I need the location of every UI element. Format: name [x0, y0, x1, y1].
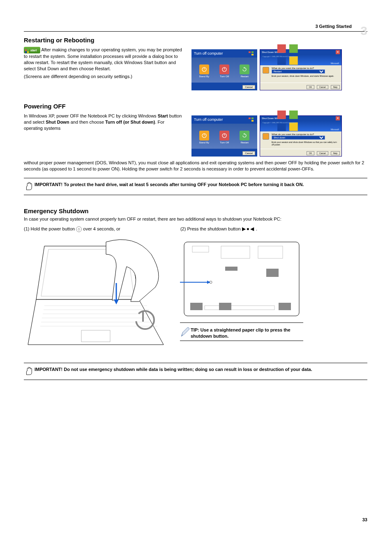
turnoff-label: Turn Off [219, 75, 229, 78]
svg-marker-25 [244, 133, 245, 135]
svg-rect-19 [249, 120, 251, 122]
start-button-label: start [30, 49, 37, 52]
tip-text: TIP: Use a straightened paper clip to pr… [191, 327, 303, 339]
restart-icon [240, 64, 249, 74]
turnoff-dialog-2: Turn off computer Stand By [191, 115, 257, 157]
svg-rect-51 [266, 269, 279, 277]
turnoff-option[interactable]: Turn Off [219, 64, 229, 78]
divider [180, 341, 303, 341]
page-number-top: 3 [360, 24, 367, 38]
power-icon [219, 131, 229, 140]
divider [24, 195, 367, 195]
standby-option[interactable]: Stand By [199, 64, 209, 78]
help-button[interactable]: Help [331, 151, 340, 155]
turnoff-title: Turn off computer [194, 51, 223, 55]
power-icon [219, 64, 229, 74]
hand-icon [24, 182, 35, 191]
cancel-button[interactable]: Cancel [317, 151, 328, 155]
divider [24, 380, 367, 380]
svg-rect-18 [251, 117, 254, 119]
pen-icon [180, 327, 191, 339]
cancel-button[interactable]: Cancel [242, 85, 255, 89]
svg-rect-57 [219, 303, 231, 310]
microsoft-label: Microsoft [331, 62, 339, 64]
restart-option[interactable]: Restart [240, 64, 249, 78]
svg-rect-56 [190, 303, 203, 310]
svg-rect-13 [277, 44, 286, 53]
turnoff-title: Turn off computer [194, 117, 223, 122]
svg-marker-12 [244, 67, 245, 69]
poweroff-body-p1: In Windows XP, power OFF the Notebook PC… [24, 113, 184, 131]
section-header: 3 Getting Started [24, 24, 367, 29]
ok-button[interactable]: OK [307, 85, 314, 89]
windows-flag-icon [248, 117, 255, 122]
divider [24, 31, 367, 32]
restart-paragraph: After making changes to your operating s… [24, 47, 182, 71]
standby-option[interactable]: Stand By [199, 131, 209, 144]
shutdown-button-icon: ▶●◀ [242, 226, 255, 232]
restart-label: Restart [240, 75, 249, 78]
option-desc: Ends your session, shuts down Windows, a… [272, 75, 339, 77]
close-icon[interactable]: ✕ [336, 50, 340, 54]
copyright-text: Copyright © 1985-2001 Microsoft Corporat… [263, 122, 296, 124]
standby-icon [199, 131, 209, 140]
svg-rect-0 [25, 49, 27, 51]
divider [24, 363, 367, 363]
svg-rect-3 [27, 51, 29, 53]
microsoft-label: Microsoft [331, 128, 339, 131]
close-icon[interactable]: ✕ [336, 116, 340, 120]
turnoff-label: Turn Off [219, 141, 229, 144]
help-button[interactable]: Help [331, 85, 340, 89]
page-number-bottom: 33 [362, 517, 367, 522]
restart-body: start After making changes to your opera… [24, 47, 184, 72]
action-select[interactable]: Shut down [272, 136, 325, 140]
power-icon [76, 226, 82, 232]
action-select[interactable]: Restart [272, 69, 325, 74]
svg-rect-26 [277, 111, 286, 119]
standby-label: Stand By [199, 75, 209, 78]
svg-rect-1 [27, 49, 29, 51]
option-desc: Ends your session and shuts down Windows… [272, 141, 339, 146]
classic-shutdown-dialog: Shut Down Windows ✕ Copyright © 1985-200… [260, 115, 342, 157]
svg-rect-17 [249, 117, 251, 119]
svg-rect-20 [251, 120, 254, 122]
poweroff-body-p2: without proper power management (DOS, Wi… [24, 160, 367, 172]
shutdown-dialog-icon [263, 67, 269, 74]
cancel-button[interactable]: Cancel [317, 85, 328, 89]
svg-rect-7 [251, 54, 254, 55]
laptop-bottom-illustration: ▶●◀ [180, 238, 303, 320]
shutdown-dialog-icon [263, 133, 269, 140]
important-2: IMPORTANT! Do not use emergency shutdown… [35, 366, 367, 373]
svg-rect-4 [249, 51, 251, 53]
emergency-methods: (1) Hold the power button over 4 seconds… [24, 226, 367, 232]
svg-rect-6 [249, 54, 251, 55]
svg-rect-5 [251, 51, 254, 53]
svg-rect-14 [289, 44, 298, 53]
restart-label: Restart [240, 141, 249, 144]
hand-icon [24, 366, 35, 376]
cancel-button[interactable]: Cancel [242, 151, 255, 155]
svg-rect-58 [279, 303, 291, 310]
important-1: IMPORTANT! To protect the hard drive, wa… [35, 182, 367, 188]
svg-rect-50 [225, 267, 238, 271]
start-button[interactable]: start [24, 47, 40, 53]
divider [24, 178, 367, 178]
screens-note: (Screens are different depending on secu… [24, 74, 184, 80]
restart-icon [240, 131, 249, 140]
standby-label: Stand By [199, 141, 209, 144]
heading-emergency: Emergency Shutdown [24, 207, 367, 214]
svg-rect-27 [289, 111, 298, 119]
svg-rect-2 [25, 51, 27, 53]
heading-restart: Restarting or Rebooting [24, 37, 367, 44]
restart-option[interactable]: Restart [240, 131, 249, 144]
heading-poweroff: Powering OFF [24, 103, 367, 110]
classic-restart-dialog: Shut Down Windows ✕ Copyright © 1985-200… [260, 49, 342, 90]
windows-flag-icon [25, 48, 29, 53]
turnoff-option[interactable]: Turn Off [219, 131, 229, 144]
standby-icon [199, 64, 209, 74]
laptop-illustration [24, 238, 172, 357]
ok-button[interactable]: OK [307, 151, 314, 155]
copyright-text: Copyright © 1985-2001 Microsoft Corporat… [263, 56, 296, 58]
windows-flag-icon [248, 51, 255, 56]
divider [180, 322, 303, 323]
